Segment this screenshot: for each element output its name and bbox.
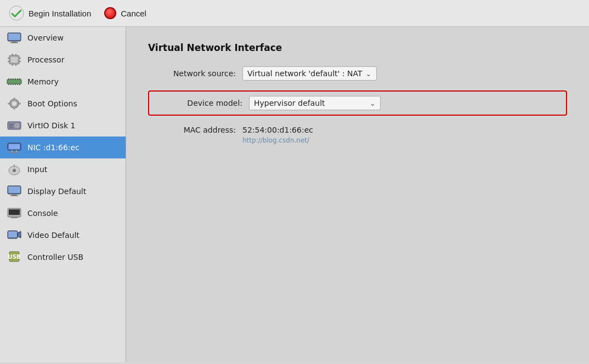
begin-installation-label: Begin Installation: [29, 9, 91, 18]
svg-rect-23: [10, 84, 12, 85]
svg-rect-22: [8, 84, 9, 85]
svg-rect-17: [10, 78, 12, 79]
video-icon: [7, 229, 22, 241]
sidebar-item-label: Processor: [27, 55, 64, 64]
sidebar-item-label: Controller USB: [27, 253, 83, 261]
network-source-value: Virtual network 'default' : NAT: [247, 69, 363, 78]
nic-icon: [7, 141, 22, 153]
svg-rect-6: [11, 57, 18, 62]
svg-rect-32: [8, 103, 10, 105]
svg-rect-20: [17, 78, 18, 79]
chevron-down-icon: ⌄: [366, 70, 372, 78]
mac-address-row: MAC address: 52:54:00:d1:66:ec: [148, 126, 567, 134]
svg-rect-54: [11, 217, 18, 218]
svg-rect-49: [8, 186, 20, 193]
main-area: Overview Processor: [0, 27, 589, 362]
sidebar-item-label: Video Default: [27, 231, 80, 240]
svg-rect-7: [12, 54, 13, 55]
svg-rect-27: [19, 84, 20, 85]
sidebar-item-label: NIC :d1:66:ec: [27, 143, 80, 152]
cancel-icon: [104, 7, 116, 19]
svg-rect-13: [19, 58, 21, 59]
device-model-value: Hypervisor default: [254, 99, 325, 107]
svg-rect-14: [19, 61, 21, 62]
chevron-down-icon: ⌄: [370, 99, 376, 107]
sidebar-item-nic[interactable]: NIC :d1:66:ec: [0, 136, 126, 158]
sidebar-item-label: VirtIO Disk 1: [27, 121, 75, 130]
svg-rect-37: [9, 124, 14, 125]
svg-rect-51: [10, 195, 18, 196]
svg-rect-11: [8, 58, 9, 59]
svg-rect-57: [8, 231, 17, 237]
device-model-select[interactable]: Hypervisor default ⌄: [249, 96, 381, 110]
page-title: Virtual Network Interface: [148, 42, 567, 53]
sidebar: Overview Processor: [0, 27, 126, 362]
network-source-select[interactable]: Virtual network 'default' : NAT ⌄: [242, 66, 377, 81]
svg-rect-18: [13, 78, 14, 79]
monitor-icon: [7, 32, 22, 44]
sidebar-item-label: Input: [27, 165, 47, 174]
sidebar-item-console[interactable]: Console: [0, 202, 126, 224]
svg-rect-9: [12, 64, 13, 66]
sidebar-item-controller-usb[interactable]: USB Controller USB: [0, 246, 126, 268]
device-model-label: Device model:: [155, 99, 242, 107]
begin-installation-button[interactable]: Begin Installation: [9, 5, 91, 21]
svg-rect-33: [19, 103, 21, 105]
svg-point-46: [13, 169, 16, 172]
sidebar-item-label: Overview: [27, 33, 64, 42]
svg-rect-44: [10, 152, 19, 153]
svg-rect-3: [10, 42, 18, 43]
network-source-row: Network source: Virtual network 'default…: [148, 66, 567, 81]
svg-rect-15: [7, 79, 21, 84]
svg-point-36: [16, 125, 18, 127]
svg-rect-19: [15, 78, 16, 79]
svg-rect-31: [14, 107, 15, 110]
sidebar-item-label: Console: [27, 209, 58, 218]
console-icon: [7, 207, 22, 219]
svg-rect-26: [17, 84, 18, 85]
content-area: Virtual Network Interface Network source…: [126, 27, 589, 362]
sidebar-item-video-default[interactable]: Video Default: [0, 224, 126, 246]
device-model-row: Device model: Hypervisor default ⌄: [148, 90, 567, 116]
sidebar-item-input[interactable]: Input: [0, 158, 126, 180]
memory-icon: [7, 76, 22, 88]
svg-text:USB: USB: [8, 254, 21, 260]
svg-rect-25: [15, 84, 16, 85]
sidebar-item-virtio-disk[interactable]: VirtIO Disk 1: [0, 115, 126, 136]
sidebar-item-label: Display Default: [27, 187, 86, 196]
svg-rect-16: [8, 78, 9, 79]
svg-rect-8: [15, 54, 16, 55]
cancel-label: Cancel: [121, 9, 146, 18]
sidebar-item-processor[interactable]: Processor: [0, 49, 126, 71]
svg-rect-30: [14, 98, 15, 100]
svg-rect-39: [9, 127, 13, 128]
check-icon: [9, 5, 24, 21]
display-icon: [7, 185, 22, 197]
svg-rect-41: [9, 144, 20, 149]
svg-rect-38: [9, 126, 13, 127]
svg-marker-56: [18, 231, 21, 238]
disk-icon: [7, 120, 22, 132]
svg-rect-12: [8, 61, 9, 62]
mac-address-label: MAC address:: [148, 126, 236, 134]
sidebar-item-overview[interactable]: Overview: [0, 27, 126, 49]
usb-icon: USB: [7, 251, 22, 263]
sidebar-item-label: Boot Options: [27, 99, 77, 108]
svg-rect-50: [12, 194, 16, 195]
svg-rect-47: [14, 164, 15, 167]
sidebar-item-boot-options[interactable]: Boot Options: [0, 93, 126, 115]
sidebar-item-display-default[interactable]: Display Default: [0, 180, 126, 202]
svg-rect-21: [19, 78, 20, 79]
gear-icon: [7, 54, 22, 66]
gear-cog-icon: [7, 98, 22, 110]
svg-rect-24: [13, 84, 14, 85]
svg-rect-4: [8, 33, 20, 40]
mac-address-value: 52:54:00:d1:66:ec: [242, 126, 313, 134]
cancel-button[interactable]: Cancel: [104, 7, 146, 19]
toolbar: Begin Installation Cancel: [0, 0, 589, 27]
svg-rect-53: [9, 209, 20, 215]
sidebar-item-label: Memory: [27, 77, 59, 86]
watermark-text: http://blog.csdn.net/: [242, 136, 567, 144]
sidebar-item-memory[interactable]: Memory: [0, 71, 126, 93]
svg-rect-10: [15, 64, 16, 66]
